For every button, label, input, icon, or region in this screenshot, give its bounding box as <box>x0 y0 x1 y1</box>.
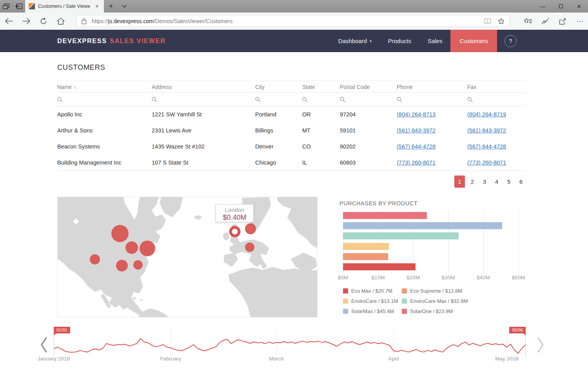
filter-input[interactable] <box>405 96 463 103</box>
phone-link[interactable]: (567) 644-4728 <box>397 143 436 150</box>
column-header-address[interactable]: Address <box>152 84 255 90</box>
land-iceland <box>194 215 201 219</box>
column-header-city[interactable]: City <box>255 84 302 90</box>
x-tick-label: $20M <box>407 275 420 281</box>
sales-map[interactable]: London $0.40M <box>57 197 318 317</box>
range-start-label[interactable]: 01/01 <box>54 327 70 333</box>
page-button-1[interactable]: 1 <box>454 176 465 188</box>
grid-filter-row <box>57 93 526 106</box>
favorites-hub-button[interactable] <box>521 15 535 27</box>
filter-input[interactable] <box>310 96 335 103</box>
customer-row[interactable]: Building Management Inc 107 S State St C… <box>57 154 526 170</box>
chart-gridline <box>519 210 519 275</box>
page-button-3[interactable]: 3 <box>480 176 489 188</box>
filter-input[interactable] <box>263 96 298 103</box>
cell-city: Chicago <box>255 159 302 166</box>
new-tab-button[interactable]: + <box>104 0 118 13</box>
bar-eco-max[interactable] <box>343 263 416 270</box>
map-bubble[interactable] <box>90 254 100 264</box>
browser-tab[interactable]: Customers / Sale Viewe ✕ <box>25 0 104 13</box>
cell-address: 1435 Wazee St #102 <box>152 143 255 150</box>
land-iberia <box>224 253 238 267</box>
map-bubble-london[interactable] <box>230 227 239 236</box>
bar-solarmax[interactable] <box>343 222 502 229</box>
share-button[interactable] <box>556 15 569 27</box>
bar-envirocare[interactable] <box>343 243 389 250</box>
home-button[interactable] <box>54 15 67 27</box>
page-button-4[interactable]: 4 <box>492 176 501 188</box>
filter-cell <box>397 96 467 103</box>
page-button-6[interactable]: 6 <box>516 176 526 188</box>
cell-name: Arthur & Sons <box>57 127 152 134</box>
map-bubble[interactable] <box>125 241 138 254</box>
map-bubble[interactable] <box>140 241 155 256</box>
close-button[interactable]: ✕ <box>570 0 588 13</box>
set-tabs-aside-button[interactable] <box>13 0 25 13</box>
filter-input[interactable] <box>475 96 521 103</box>
bar-eco-supreme[interactable] <box>343 253 388 260</box>
add-favorite-button[interactable] <box>494 15 508 27</box>
fax-link[interactable]: (804) 264-8719 <box>467 111 506 118</box>
cell-address: 1221 SW Yamhill St <box>152 111 255 118</box>
annotate-button[interactable] <box>539 15 552 27</box>
address-bar[interactable]: https://js.devexpress.com/Demos/SalesVie… <box>76 15 510 27</box>
customer-row[interactable]: Beacon Systems 1435 Wazee St #102 Denver… <box>57 138 526 154</box>
map-bubble[interactable] <box>245 223 256 234</box>
customer-row[interactable]: Arthur & Sons 2331 Lewis Ave Billings MT… <box>57 122 526 138</box>
maximize-button[interactable] <box>552 0 570 13</box>
tab-previews-button[interactable] <box>0 0 13 13</box>
nav-item-products[interactable]: Products <box>380 30 419 52</box>
map-bubble[interactable] <box>245 243 254 252</box>
phone-link[interactable]: (561) 843-3972 <box>397 127 436 134</box>
filter-input[interactable] <box>348 96 392 103</box>
nav-item-sales[interactable]: Sales <box>419 30 451 52</box>
fax-link[interactable]: (561) 843-3972 <box>467 127 506 134</box>
chart-legend: Eco Max / $20.7MEco Supreme / $12.8MEnvi… <box>343 288 468 314</box>
legend-item: Eco Supreme / $12.8M <box>402 288 468 294</box>
forward-icon <box>22 18 30 24</box>
pen-icon <box>541 18 549 25</box>
page-title: CUSTOMERS <box>57 63 105 72</box>
forward-button[interactable] <box>20 15 33 27</box>
fax-link[interactable]: (773) 260-8071 <box>467 159 506 166</box>
column-header-state[interactable]: State <box>302 84 340 90</box>
url-scheme: https:// <box>92 18 108 24</box>
column-header-phone[interactable]: Phone <box>397 84 467 90</box>
nav-item-dashboard[interactable]: Dashboard ▾ <box>330 30 380 52</box>
filter-cell <box>152 96 255 103</box>
site-logo[interactable]: DEVEXPRESS SALES VIEWER <box>57 30 166 52</box>
more-button[interactable]: ⋯ <box>573 15 586 27</box>
phone-link[interactable]: (804) 264-8713 <box>397 111 436 118</box>
phone-link[interactable]: (773) 260-8071 <box>397 159 436 166</box>
cell-postal: 80202 <box>340 143 397 150</box>
bar-envirocare-max[interactable] <box>343 232 459 239</box>
reading-view-button[interactable] <box>481 15 494 27</box>
cell-name: Building Management Inc <box>57 159 152 166</box>
range-end-label[interactable]: 05/06 <box>509 327 526 333</box>
back-button[interactable] <box>2 15 16 27</box>
range-selector[interactable]: 01/01 05/06 January 2018FebruaryMarchApr… <box>54 330 526 358</box>
filter-input[interactable] <box>65 96 147 103</box>
column-header-name[interactable]: Name↑ <box>57 84 152 90</box>
fax-link[interactable]: (567) 644-4728 <box>467 143 506 150</box>
map-bubble[interactable] <box>133 260 143 270</box>
help-button[interactable]: ? <box>505 35 517 47</box>
logo-devexpress: DEVEXPRESS <box>57 37 107 45</box>
nav-item-customers[interactable]: Customers <box>450 30 497 52</box>
refresh-button[interactable] <box>37 15 50 27</box>
filter-input[interactable] <box>160 96 250 103</box>
bar-solarone[interactable] <box>343 212 427 219</box>
tab-list-dropdown-button[interactable] <box>118 0 131 13</box>
month-label: January 2018 <box>38 356 70 362</box>
legend-label: EnviroCare Max / $32.9M <box>410 298 468 304</box>
column-header-postal-code[interactable]: Postal Code <box>340 84 397 90</box>
map-bubble[interactable] <box>116 260 128 272</box>
column-header-fax[interactable]: Fax <box>467 84 526 90</box>
site-header: DEVEXPRESS SALES VIEWER Dashboard ▾ Prod… <box>0 30 588 52</box>
minimize-button[interactable]: — <box>534 0 552 13</box>
page-button-2[interactable]: 2 <box>468 176 477 188</box>
map-bubble[interactable] <box>111 225 129 242</box>
tab-close-icon[interactable]: ✕ <box>94 3 100 10</box>
page-button-5[interactable]: 5 <box>504 176 514 188</box>
customer-row[interactable]: Apollo Inc 1221 SW Yamhill St Portland O… <box>57 106 526 122</box>
